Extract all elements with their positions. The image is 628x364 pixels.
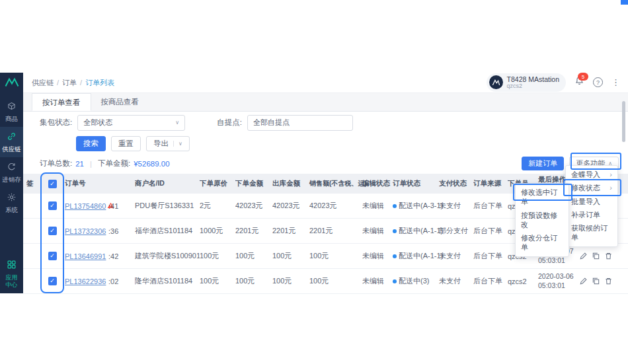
cell-sales-amount: 100元	[309, 276, 362, 286]
cell-order-time: :02	[108, 277, 135, 285]
sidebar-item-inventory[interactable]: 进销存	[0, 157, 23, 188]
breadcrumb-order-list: 订单列表	[85, 78, 114, 88]
new-order-button[interactable]: 新建订单	[522, 157, 564, 170]
order-link[interactable]: PL13732306	[65, 227, 106, 235]
sidebar-nav: 商品 供应链 进销存 系统	[0, 73, 23, 218]
row-checkbox[interactable]: ✓	[42, 227, 65, 235]
cell-original-price: 100元	[200, 276, 235, 286]
th-outbound-amount: 出库金额	[272, 179, 309, 188]
checkbox-checked-icon[interactable]: ✓	[48, 180, 57, 188]
row-checkbox[interactable]: ✓	[42, 201, 65, 210]
export-button[interactable]: 导出 ∨	[146, 136, 190, 151]
submenu-item-modify-split-warehouse[interactable]: 修改分仓订单	[516, 231, 569, 254]
pickup-point-input[interactable]: 全部自提点	[247, 115, 353, 131]
th-order-amount: 下单金额	[235, 179, 272, 188]
modify-status-submenu: 修改选中订单 按预设数修改 修改分仓订单	[515, 183, 569, 257]
breadcrumb-orders[interactable]: 订单	[62, 78, 77, 88]
user-menu[interactable]: T8428 MAstation qzcs2	[487, 73, 566, 92]
submenu-item-modify-selected[interactable]: 修改选中订单	[516, 186, 569, 209]
th-order-status: 订单状态	[393, 179, 439, 188]
cell-order-source: 后台下单	[473, 251, 508, 261]
delete-icon[interactable]	[604, 252, 613, 260]
select-all-checkbox[interactable]: ✓	[42, 180, 65, 188]
user-sub-account: qzcs2	[507, 83, 559, 90]
cell-order-source: 后台下单	[473, 201, 508, 211]
copy-icon[interactable]	[592, 277, 600, 285]
edit-icon[interactable]	[579, 252, 588, 260]
row-checkbox[interactable]: ✓	[42, 252, 65, 260]
cell-order-no: PL13732306	[65, 227, 108, 235]
order-amount-label: 下单金额:	[98, 159, 130, 168]
order-summary: 订单总数: 21 | 下单金额: ¥52689.00	[40, 159, 170, 168]
tab-product-view[interactable]: 按商品查看	[91, 93, 149, 111]
checkbox-checked-icon[interactable]: ✓	[48, 201, 57, 210]
cell-order-status: 配送中(A-3-1)	[393, 201, 439, 211]
table-row: ✓ PL13622936 :02 隆华酒店S101184 100元 100元 1…	[23, 269, 628, 294]
menu-item-batch-import[interactable]: 批量导入	[566, 195, 617, 208]
cell-sales-amount: 2201元	[309, 226, 362, 236]
menu-item-modify-status[interactable]: 修改状态 ›	[566, 181, 617, 194]
summary-divider: |	[90, 160, 92, 168]
sidebar-item-supply-chain[interactable]: 供应链	[0, 127, 23, 157]
vertical-scrollbar-thumb[interactable]	[622, 101, 625, 142]
checkbox-checked-icon[interactable]: ✓	[48, 227, 57, 235]
row-checkbox[interactable]: ✓	[42, 277, 65, 285]
menu-item-fetch-orders[interactable]: 获取候的订单	[566, 221, 617, 244]
menu-item-supplement-order[interactable]: 补录订单	[566, 208, 617, 221]
status-dot	[393, 279, 397, 283]
pickup-point-label: 自提点:	[217, 118, 242, 127]
cell-original-price: 2元	[200, 201, 235, 211]
delete-icon[interactable]	[604, 277, 613, 285]
order-link[interactable]: PL13646991	[65, 252, 106, 260]
cell-outbound-amount: 2201元	[272, 226, 309, 236]
checkbox-checked-icon[interactable]: ✓	[48, 277, 57, 285]
cell-merchant: 福华酒店S101184	[135, 226, 200, 236]
sidebar-item-app-center[interactable]: 应用中心	[0, 260, 23, 288]
breadcrumb-separator: /	[80, 79, 82, 87]
cell-outbound-amount: 100元	[272, 251, 309, 261]
help-button[interactable]: ?	[593, 77, 603, 87]
th-order-no: 订单号	[65, 179, 108, 188]
th-original-price: 下单原价	[200, 179, 235, 188]
cell-orderer: qzcs2	[508, 277, 538, 285]
notification-bell[interactable]: 5	[574, 76, 584, 89]
th-sales-amount: 销售额(不含税、运)	[309, 179, 362, 188]
checkbox-checked-icon[interactable]: ✓	[48, 252, 57, 260]
status-dot	[393, 229, 397, 233]
top-bar-actions: T8428 MAstation qzcs2 5 ? ⋮	[487, 73, 620, 92]
cell-outbound-amount: 42023元	[272, 201, 309, 211]
reset-button[interactable]: 重置	[111, 136, 141, 151]
package-status-select[interactable]: 全部状态 ∨	[77, 115, 185, 131]
view-tabs: 按订单查看 按商品查看	[23, 93, 628, 112]
order-link[interactable]: PL13622936	[65, 277, 106, 285]
order-link[interactable]: PL13754860	[65, 202, 106, 210]
th-sign: 签	[26, 179, 42, 188]
search-button[interactable]: 搜索	[76, 136, 106, 151]
cell-order-no: PL13754860	[65, 202, 108, 210]
breadcrumb-supply-chain[interactable]: 供应链	[32, 78, 54, 88]
cell-order-source: 后台下单	[473, 226, 508, 236]
cell-order-status: 配送中(3)	[393, 276, 439, 286]
sidebar-item-goods[interactable]: 商品	[0, 96, 23, 127]
more-options-button[interactable]: ⋮	[611, 78, 620, 87]
search-actions-row: 搜索 重置 导出 ∨	[23, 133, 628, 153]
cell-merchant: 建筑学院楼S100901	[135, 251, 200, 261]
menu-item-kingdee-import[interactable]: 金蝶导入 ›	[566, 168, 617, 181]
annotation-corner-mark	[621, 0, 628, 5]
submenu-item-modify-by-preset[interactable]: 按预设数修改	[516, 209, 569, 232]
cell-order-no: PL13622936	[65, 277, 108, 285]
tab-order-view[interactable]: 按订单查看	[32, 93, 91, 111]
breadcrumb: 供应链 / 订单 / 订单列表	[32, 78, 114, 88]
copy-icon[interactable]	[592, 252, 600, 260]
cell-order-time: :42	[108, 252, 135, 260]
cell-merchant: PDU餐厅S136331	[135, 201, 200, 211]
cell-order-time: :36	[108, 227, 135, 235]
sidebar-item-system[interactable]: 系统	[0, 188, 23, 218]
top-bar: 供应链 / 订单 / 订单列表 T8428 MAstation qzcs2	[23, 73, 628, 93]
cell-pay-status: 未支付	[439, 276, 473, 286]
notification-badge: 5	[578, 73, 588, 81]
cell-merchant: 隆华酒店S101184	[135, 276, 200, 286]
cell-order-amount: 42023元	[235, 201, 272, 211]
edit-icon[interactable]	[579, 277, 588, 285]
breadcrumb-separator: /	[57, 79, 59, 87]
